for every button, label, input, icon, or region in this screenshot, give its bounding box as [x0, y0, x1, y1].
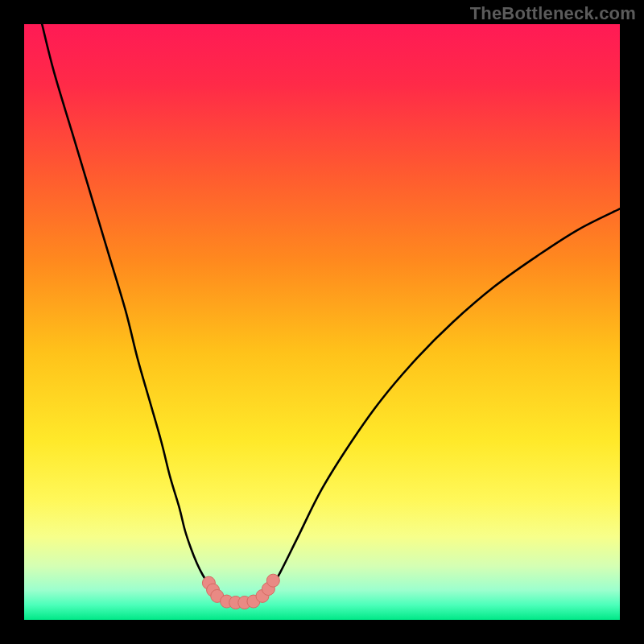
watermark-text: TheBottleneck.com — [470, 3, 636, 24]
valley-markers — [202, 574, 279, 609]
curve-layer — [24, 24, 620, 620]
chart-container: TheBottleneck.com — [0, 0, 644, 644]
plot-area — [24, 24, 620, 620]
bottleneck-curve — [42, 24, 620, 603]
valley-marker — [266, 574, 279, 587]
